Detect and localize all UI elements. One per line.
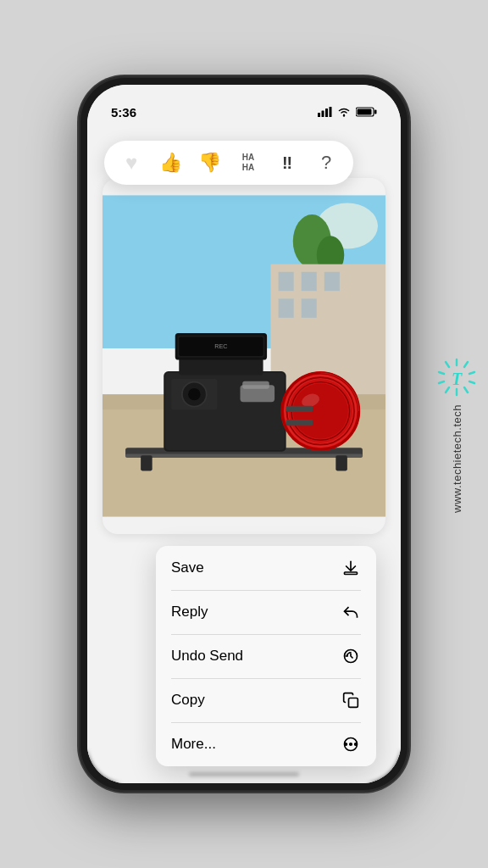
reaction-popup: ♥ 👍 👎 HA HA ‼ ? bbox=[104, 141, 353, 185]
context-menu: Save Reply bbox=[156, 546, 376, 766]
message-image: REC bbox=[103, 178, 385, 534]
reaction-haha-button[interactable]: HA HA bbox=[235, 149, 262, 176]
reply-label: Reply bbox=[171, 604, 208, 620]
status-time: 5:36 bbox=[111, 105, 136, 120]
undo-send-icon bbox=[341, 646, 361, 666]
svg-rect-14 bbox=[330, 107, 332, 117]
status-bar: 5:36 bbox=[87, 85, 401, 127]
svg-rect-59 bbox=[242, 381, 269, 389]
copy-label: Copy bbox=[171, 692, 205, 709]
wifi-icon bbox=[337, 107, 351, 117]
more-icon bbox=[341, 734, 361, 754]
reaction-exclaim-button[interactable]: ‼ bbox=[274, 149, 301, 176]
reply-menu-item[interactable]: Reply bbox=[156, 590, 376, 634]
svg-point-47 bbox=[188, 388, 200, 400]
reaction-thumbsdown-button[interactable]: 👎 bbox=[196, 149, 223, 176]
svg-rect-28 bbox=[324, 272, 340, 292]
watermark: T www.techietech.tech bbox=[435, 355, 478, 513]
save-menu-item[interactable]: Save bbox=[156, 546, 376, 590]
more-label: More... bbox=[171, 736, 216, 753]
svg-text:REC: REC bbox=[214, 342, 227, 350]
svg-rect-27 bbox=[302, 272, 317, 292]
svg-rect-18 bbox=[358, 109, 372, 115]
camera-photo-svg: REC bbox=[103, 178, 385, 534]
svg-point-64 bbox=[350, 743, 352, 746]
svg-rect-30 bbox=[302, 298, 317, 318]
svg-rect-36 bbox=[141, 455, 152, 470]
undo-send-label: Undo Send bbox=[171, 648, 243, 665]
copy-icon bbox=[341, 690, 361, 710]
battery-icon bbox=[356, 107, 377, 117]
save-icon bbox=[341, 558, 361, 578]
svg-line-3 bbox=[469, 381, 474, 383]
save-label: Save bbox=[171, 559, 204, 576]
svg-text:T: T bbox=[452, 370, 463, 388]
svg-rect-62 bbox=[349, 698, 358, 708]
svg-rect-29 bbox=[279, 298, 294, 318]
svg-rect-56 bbox=[286, 406, 313, 412]
undo-send-menu-item[interactable]: Undo Send bbox=[156, 634, 376, 678]
reaction-heart-button[interactable]: ♥ bbox=[118, 149, 145, 176]
svg-line-8 bbox=[439, 372, 444, 374]
reaction-thumbsup-button[interactable]: 👍 bbox=[157, 149, 184, 176]
svg-line-2 bbox=[469, 372, 474, 374]
watermark-text: www.techietech.tech bbox=[451, 404, 463, 513]
chat-area: ♥ 👍 👎 HA HA ‼ ? bbox=[87, 127, 401, 783]
svg-rect-37 bbox=[336, 455, 347, 470]
svg-rect-17 bbox=[374, 110, 377, 114]
svg-line-9 bbox=[446, 362, 449, 367]
watermark-logo-icon: T bbox=[435, 355, 478, 398]
svg-rect-26 bbox=[279, 272, 294, 292]
svg-point-15 bbox=[343, 114, 345, 116]
signal-icon bbox=[318, 107, 332, 117]
phone-frame: 5:36 bbox=[79, 76, 409, 792]
more-menu-item[interactable]: More... bbox=[156, 722, 376, 766]
svg-line-1 bbox=[464, 362, 468, 367]
phone-screen: 5:36 bbox=[87, 85, 401, 783]
svg-line-4 bbox=[464, 387, 468, 392]
svg-rect-11 bbox=[318, 113, 320, 117]
svg-rect-13 bbox=[325, 108, 328, 117]
svg-rect-35 bbox=[125, 454, 363, 459]
page-wrapper: T www.techietech.tech 5:36 bbox=[0, 0, 488, 868]
status-icons bbox=[318, 107, 377, 117]
copy-menu-item[interactable]: Copy bbox=[156, 678, 376, 722]
svg-rect-57 bbox=[286, 420, 313, 426]
svg-rect-12 bbox=[322, 111, 324, 118]
svg-rect-60 bbox=[345, 572, 358, 575]
svg-line-7 bbox=[439, 381, 444, 383]
reply-icon bbox=[341, 602, 361, 622]
reaction-question-button[interactable]: ? bbox=[313, 149, 340, 176]
svg-line-6 bbox=[446, 387, 449, 392]
